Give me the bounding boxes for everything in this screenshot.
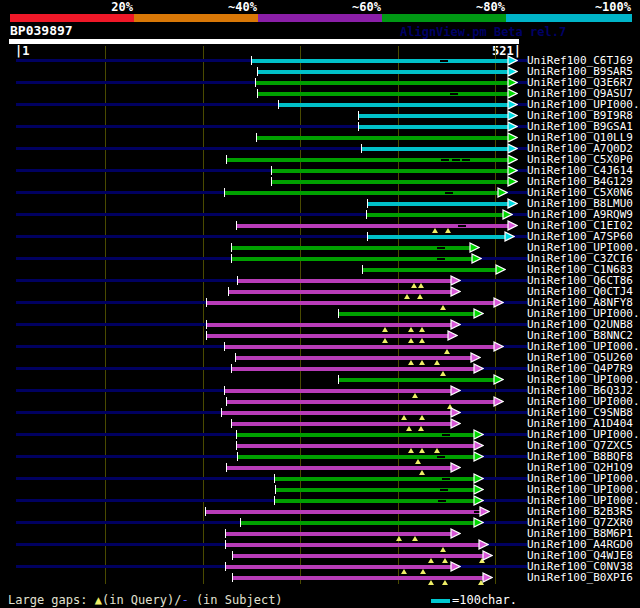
hsp-bar[interactable] [279,103,509,107]
hsp-bar[interactable] [241,521,475,525]
hsp-start-tick [255,78,256,87]
hsp-start-tick [275,485,276,494]
hsp-bar[interactable] [232,246,471,250]
hsp-bar[interactable] [367,213,504,217]
hsp-arrowhead-icon [473,495,484,506]
query-gap-triangle-icon [428,580,434,585]
gap-query-triangle-icon: ▲ [95,593,102,607]
hsp-start-tick [226,463,227,472]
gaps-legend-query: (in Query)/ [102,593,181,607]
hsp-bar[interactable] [339,312,475,316]
hsp-start-tick [271,177,272,186]
hsp-bar[interactable] [363,268,497,272]
hsp-arrowhead-icon [450,319,461,330]
hsp-start-tick [231,243,232,252]
hsp-arrowhead-icon [469,242,480,253]
hsp-arrowhead-icon [507,165,518,176]
hsp-bar[interactable] [252,59,509,63]
hsp-bar[interactable] [368,202,509,206]
scale-segment-label: ~60% [312,1,381,14]
hsp-start-tick [205,507,206,516]
hsp-start-tick [224,188,225,197]
hsp-bar[interactable] [359,125,509,129]
hsp-start-tick [358,111,359,120]
hsp-bar[interactable] [232,367,475,371]
hsp-bar[interactable] [225,191,499,195]
subject-gap-dash [438,500,446,502]
alignment-viewer: 20%~40%~60%~80%~100% BP039897 AlignView.… [0,0,640,608]
hsp-bar[interactable] [339,378,495,382]
hit-label[interactable]: UniRef100_B0XPI6 [527,572,633,583]
hsp-bar[interactable] [362,147,509,151]
hsp-bar[interactable] [237,224,509,228]
subject-gap-dash [450,93,458,95]
hsp-arrowhead-icon [473,308,484,319]
hsp-bar[interactable] [258,92,509,96]
hsp-start-tick [225,540,226,549]
hsp-bar[interactable] [237,433,475,437]
hsp-start-tick [226,397,227,406]
hsp-start-tick [240,518,241,527]
scale-segment-label: 20% [64,1,133,14]
hsp-arrowhead-icon [450,275,461,286]
hsp-arrowhead-icon [450,418,461,429]
hsp-start-tick [224,386,225,395]
subject-gap-dash [437,258,445,260]
hsp-arrowhead-icon [495,264,506,275]
hsp-arrowhead-icon [497,187,508,198]
subject-gap-dash [442,434,450,436]
hsp-arrowhead-icon [507,143,518,154]
hsp-bar[interactable] [272,180,509,184]
hsp-start-tick [221,408,222,417]
scale-segment [382,14,506,22]
subject-gap-dash [440,489,448,491]
hsp-arrowhead-icon [493,341,504,352]
alignment-row: UniRef100_B0XPI6 [0,572,640,583]
gaps-legend: Large gaps: ▲(in Query)/- (in Subject) [8,594,283,607]
hsp-start-tick [206,320,207,329]
hsp-bar[interactable] [226,532,452,536]
scale-segment [10,14,134,22]
hsp-start-tick [338,375,339,384]
subject-gap-dash [442,478,450,480]
hsp-bar[interactable] [207,301,495,305]
scale-segment-label: ~80% [436,1,505,14]
scale-segment [506,14,632,22]
hsp-start-tick [231,364,232,373]
scale-segment-label: ~100% [562,1,631,14]
scale-segment [134,14,258,22]
hsp-arrowhead-icon [507,220,518,231]
watermark-text: AlignView.pm Beta rel.7 [400,26,566,39]
subject-gap-dash [437,456,445,458]
hsp-start-tick [225,562,226,571]
hsp-arrowhead-icon [478,539,489,550]
hsp-start-tick [366,210,367,219]
subject-gap-dash [440,60,448,62]
hsp-bar[interactable] [368,235,506,239]
hsp-bar[interactable] [225,345,495,349]
hsp-bar[interactable] [256,81,509,85]
hsp-bar[interactable] [272,169,509,173]
hsp-start-tick [338,309,339,318]
hsp-bar[interactable] [207,323,452,327]
hsp-arrowhead-icon [450,286,461,297]
hsp-arrowhead-icon [450,385,461,396]
hsp-arrowhead-icon [493,396,504,407]
hsp-start-tick [237,276,238,285]
hsp-bar[interactable] [226,565,452,569]
hsp-arrowhead-icon [507,110,518,121]
hsp-start-tick [236,221,237,230]
hsp-arrowhead-icon [473,363,484,374]
hsp-bar[interactable] [227,400,495,404]
hsp-bar[interactable] [257,136,509,140]
hsp-arrowhead-icon [507,132,518,143]
hsp-start-tick [361,144,362,153]
hsp-bar[interactable] [206,510,481,514]
scale-segment [258,14,382,22]
hsp-arrowhead-icon [507,99,518,110]
hsp-arrowhead-icon [507,66,518,77]
hsp-arrowhead-icon [507,198,518,209]
hsp-bar[interactable] [258,70,509,74]
hsp-bar[interactable] [222,411,452,415]
hsp-bar[interactable] [359,114,509,118]
